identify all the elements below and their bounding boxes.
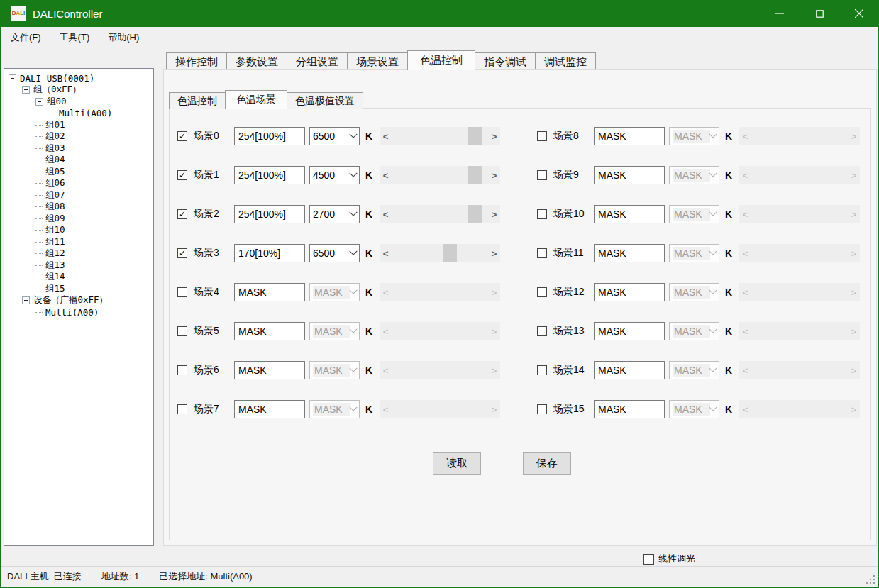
scene-kelvin-dropdown[interactable]: MASK [669,166,719,184]
tab-场景设置[interactable]: 场景设置 [347,52,408,70]
read-button[interactable]: 读取 [433,452,481,475]
scene-level-input[interactable] [234,283,305,301]
tree-item[interactable]: 组01 [4,119,153,131]
tab-参数设置[interactable]: 参数设置 [226,52,287,70]
scene-level-input[interactable] [594,283,665,301]
scrollbar-right-arrow-icon[interactable]: > [488,244,500,262]
scene-scrollbar[interactable]: <> [380,127,500,145]
scene-checkbox[interactable] [177,287,187,297]
tree-item[interactable]: 组05 [4,166,153,178]
tree-item[interactable]: 组09 [4,213,153,225]
device-tree[interactable]: DALI USB(0001)组（0xFF）组00Multi(A00)组01组02… [4,68,154,546]
tab-指令调试[interactable]: 指令调试 [475,52,536,70]
tree-expander-icon[interactable] [22,86,30,94]
tree-item[interactable]: Multi(A00) [4,306,153,318]
maximize-button[interactable] [800,0,839,27]
scrollbar-thumb[interactable] [468,166,482,184]
tree-item[interactable]: 组15 [4,283,153,295]
tree-item[interactable]: 组07 [4,189,153,201]
scene-kelvin-dropdown[interactable]: 2700 [309,205,360,223]
scene-kelvin-dropdown[interactable]: MASK [309,361,360,379]
tree-expander-icon[interactable] [35,98,43,106]
resize-grip-icon[interactable] [866,575,875,584]
tree-item[interactable]: 组04 [4,155,153,167]
scrollbar-left-arrow-icon[interactable]: < [380,166,392,184]
scrollbar-right-arrow-icon[interactable]: > [488,205,500,223]
tree-item[interactable]: 组12 [4,248,153,260]
scene-level-input[interactable] [594,166,665,184]
scene-level-input[interactable] [594,127,665,145]
scene-level-input[interactable] [234,205,305,223]
scene-checkbox[interactable]: ✓ [177,131,187,141]
tree-item[interactable]: 组02 [4,131,153,143]
scene-checkbox[interactable] [537,326,547,336]
scene-level-input[interactable] [594,244,665,262]
scrollbar-left-arrow-icon[interactable]: < [380,205,392,223]
scene-kelvin-dropdown[interactable]: MASK [669,322,719,340]
scene-level-input[interactable] [234,361,305,379]
scrollbar-thumb[interactable] [468,127,482,145]
scene-level-input[interactable] [234,166,305,184]
tab-分组设置[interactable]: 分组设置 [287,52,348,70]
tree-item[interactable]: 组00 [4,96,153,108]
scene-level-input[interactable] [234,244,305,262]
tree-item[interactable]: 组14 [4,272,153,284]
scene-checkbox[interactable]: ✓ [177,248,187,258]
save-button[interactable]: 保存 [523,452,571,475]
tree-item[interactable]: 组11 [4,236,153,248]
tab-操作控制[interactable]: 操作控制 [166,52,227,70]
tree-item[interactable]: 组（0xFF） [4,84,153,96]
tree-item[interactable]: 组03 [4,143,153,155]
tree-item[interactable]: 组10 [4,225,153,237]
scene-kelvin-dropdown[interactable]: MASK [309,283,360,301]
scene-checkbox[interactable]: ✓ [177,209,187,219]
scene-kelvin-dropdown[interactable]: MASK [669,361,719,379]
scene-kelvin-dropdown[interactable]: MASK [309,322,360,340]
scrollbar-left-arrow-icon[interactable]: < [380,244,392,262]
scene-checkbox[interactable] [177,404,187,414]
scene-kelvin-dropdown[interactable]: 6500 [309,244,360,262]
scene-kelvin-dropdown[interactable]: MASK [669,205,719,223]
scene-kelvin-dropdown[interactable]: MASK [669,400,719,418]
tree-expander-icon[interactable] [22,296,30,304]
subtab-色温场景[interactable]: 色温场景 [225,90,287,109]
scene-scrollbar[interactable]: <> [380,166,500,184]
scene-checkbox[interactable] [537,170,547,180]
scrollbar-right-arrow-icon[interactable]: > [488,166,500,184]
tab-色温控制[interactable]: 色温控制 [407,50,475,70]
scene-checkbox[interactable] [537,248,547,258]
menu-item-0[interactable]: 文件(F) [1,28,50,48]
scene-kelvin-dropdown[interactable]: 6500 [309,127,360,145]
tree-item[interactable]: Multi(A00) [4,108,153,120]
scene-kelvin-dropdown[interactable]: 4500 [309,166,360,184]
tree-item[interactable]: DALI USB(0001) [4,72,153,84]
scene-checkbox[interactable] [537,404,547,414]
scene-scrollbar[interactable]: <> [380,205,500,223]
scene-checkbox[interactable] [537,365,547,375]
scene-level-input[interactable] [594,361,665,379]
subtab-色温极值设置[interactable]: 色温极值设置 [287,92,363,109]
scene-checkbox[interactable] [177,326,187,336]
minimize-button[interactable] [760,0,800,27]
scene-checkbox[interactable]: ✓ [177,170,187,180]
scene-level-input[interactable] [594,400,665,418]
scene-level-input[interactable] [594,322,665,340]
scrollbar-thumb[interactable] [443,244,457,262]
scene-checkbox[interactable] [537,209,547,219]
scene-level-input[interactable] [234,400,305,418]
tree-item[interactable]: 组13 [4,260,153,272]
scene-checkbox[interactable] [177,365,187,375]
scene-level-input[interactable] [594,205,665,223]
scene-scrollbar[interactable]: <> [380,244,500,262]
scene-level-input[interactable] [234,127,305,145]
menu-item-1[interactable]: 工具(T) [50,28,99,48]
tree-item[interactable]: 组08 [4,201,153,213]
scene-level-input[interactable] [234,322,305,340]
scene-checkbox[interactable] [537,131,547,141]
scrollbar-right-arrow-icon[interactable]: > [488,127,500,145]
scrollbar-thumb[interactable] [468,205,482,223]
linear-dimming-option[interactable]: 线性调光 [643,553,695,565]
scene-kelvin-dropdown[interactable]: MASK [669,244,719,262]
tab-调试监控[interactable]: 调试监控 [535,52,596,70]
scene-checkbox[interactable] [537,287,547,297]
